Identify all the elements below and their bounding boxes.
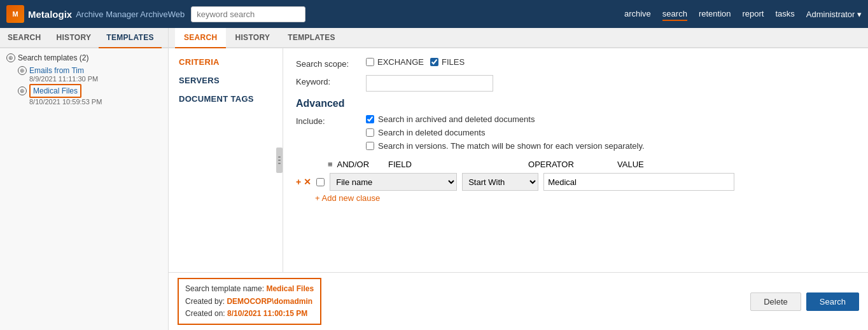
main-container: SEARCH HISTORY TEMPLATES ⊕ Search templa… xyxy=(0,28,868,330)
clause-section: ≡ AND/OR FIELD OPERATOR VALUE + ✕ xyxy=(296,160,855,203)
nav-archive[interactable]: archive xyxy=(624,8,651,21)
field-col-header: FIELD xyxy=(388,160,515,169)
operator-col-header: OPERATOR xyxy=(528,160,605,169)
right-tabs: SEARCH HISTORY TEMPLATES xyxy=(169,28,868,48)
circle-icon: ⊕ xyxy=(6,53,15,62)
created-by-row: Created by: DEMOCORP\domadmin xyxy=(185,296,314,308)
clause-header: ≡ AND/OR FIELD OPERATOR VALUE xyxy=(296,160,855,169)
exchange-checkbox-group: EXCHANGE xyxy=(366,57,424,67)
created-on-value: 8/10/2021 11:00:15 PM xyxy=(227,309,307,318)
left-tab-search[interactable]: SEARCH xyxy=(0,28,48,47)
sidebar-item-date-1: 8/9/2021 11:11:30 PM xyxy=(29,75,162,83)
include-options: Search in archived and deleted documents… xyxy=(366,114,645,151)
add-clause-icon[interactable]: + xyxy=(296,177,301,187)
andor-col-header: ≡ AND/OR xyxy=(328,160,369,169)
clause-icons: + ✕ xyxy=(296,177,325,187)
keyword-search-input[interactable] xyxy=(191,6,305,22)
include-option-label-2: Search in deleted documents xyxy=(378,128,485,137)
keyword-label: Keyword: xyxy=(296,75,360,86)
template-name-label: Search template name: xyxy=(185,284,264,293)
include-option-label-1: Search in archived and deleted documents xyxy=(378,114,535,124)
brand: M Metalogix Archive Manager ArchiveWeb xyxy=(6,5,185,23)
sidebar-section-title: ⊕ Search templates (2) xyxy=(6,53,162,62)
right-tab-templates[interactable]: TEMPLATES xyxy=(279,28,344,47)
brand-name: Metalogix xyxy=(28,9,72,20)
delete-button[interactable]: Delete xyxy=(750,292,801,311)
include-row: Include: Search in archived and deleted … xyxy=(296,114,855,151)
field-select[interactable]: File name Subject From To xyxy=(330,173,457,191)
resize-handle[interactable] xyxy=(276,148,283,173)
include-option-label-3: Search in versions. The match will be sh… xyxy=(378,141,645,151)
nav-admin[interactable]: Administrator ▾ xyxy=(806,10,862,19)
sidebar-content: ⊕ Search templates (2) ⊕ Emails from Tim… xyxy=(0,48,168,330)
clause-checkbox[interactable] xyxy=(316,178,325,186)
bottom-bar: Search template name: Medical Files Crea… xyxy=(169,272,868,330)
include-option-2: Search in deleted documents xyxy=(366,128,645,137)
circle-icon-item2: ⊕ xyxy=(18,86,27,95)
include-checkbox-3[interactable] xyxy=(366,142,374,150)
created-by-label: Created by: xyxy=(185,297,225,306)
criteria-link-servers[interactable]: SERVERS xyxy=(179,76,272,85)
left-tabs: SEARCH HISTORY TEMPLATES xyxy=(0,28,168,48)
search-button[interactable]: Search xyxy=(806,292,859,311)
criteria-link-doctags[interactable]: DOCUMENT TAGS xyxy=(179,94,272,104)
include-option-1: Search in archived and deleted documents xyxy=(366,114,645,124)
list-item: ⊕ Medical Files 8/10/2021 10:59:53 PM xyxy=(18,84,162,106)
section-title-text: Search templates (2) xyxy=(18,53,88,62)
files-checkbox-group: FILES xyxy=(430,57,465,67)
panel-body: CRITERIA SERVERS DOCUMENT TAGS Search sc… xyxy=(169,48,868,272)
criteria-panel: CRITERIA SERVERS DOCUMENT TAGS xyxy=(169,48,283,272)
operator-select[interactable]: Start With Contains Equals xyxy=(462,173,538,191)
template-info: Search template name: Medical Files Crea… xyxy=(178,278,321,325)
list-item: ⊕ Emails from Tim 8/9/2021 11:11:30 PM xyxy=(18,66,162,83)
sidebar-item-date-2: 8/10/2021 10:59:53 PM xyxy=(29,98,162,106)
logo-box: M xyxy=(6,5,24,23)
value-input[interactable] xyxy=(543,173,734,191)
include-checkbox-1[interactable] xyxy=(366,115,374,123)
keyword-row: Keyword: xyxy=(296,75,855,92)
include-option-3: Search in versions. The match will be sh… xyxy=(366,141,645,151)
clause-row: + ✕ File name Subject From To Start With xyxy=(296,173,855,191)
created-on-row: Created on: 8/10/2021 11:00:15 PM xyxy=(185,308,314,320)
add-clause-button[interactable]: + Add new clause xyxy=(315,193,855,203)
remove-clause-icon[interactable]: ✕ xyxy=(304,177,311,187)
nav-retention[interactable]: retention xyxy=(699,8,731,21)
circle-icon-item1: ⊕ xyxy=(18,66,27,75)
right-tab-history[interactable]: HISTORY xyxy=(226,28,279,47)
nav-search[interactable]: search xyxy=(662,8,687,21)
advanced-title: Advanced xyxy=(296,98,855,109)
bottom-buttons: Delete Search xyxy=(750,292,859,311)
right-tab-search[interactable]: SEARCH xyxy=(175,28,226,48)
keyword-input[interactable] xyxy=(366,75,493,92)
created-on-label: Created on: xyxy=(185,309,225,318)
nav-report[interactable]: report xyxy=(742,8,764,21)
template-name-row: Search template name: Medical Files xyxy=(185,283,314,295)
exchange-label: EXCHANGE xyxy=(377,57,424,67)
include-label: Include: xyxy=(296,114,360,126)
logo: M xyxy=(6,5,24,23)
search-scope-row: Search scope: EXCHANGE FILES xyxy=(296,57,855,69)
nav-tasks[interactable]: tasks xyxy=(775,8,794,21)
left-sidebar: SEARCH HISTORY TEMPLATES ⊕ Search templa… xyxy=(0,28,169,330)
criteria-link-criteria[interactable]: CRITERIA xyxy=(179,57,272,67)
value-col-header: VALUE xyxy=(617,160,644,169)
search-scope-label: Search scope: xyxy=(296,57,360,69)
left-tab-templates[interactable]: TEMPLATES xyxy=(99,28,161,48)
search-scope-controls: EXCHANGE FILES xyxy=(366,57,465,67)
left-tab-history[interactable]: HISTORY xyxy=(48,28,99,47)
exchange-checkbox[interactable] xyxy=(366,58,374,66)
template-name-value: Medical Files xyxy=(266,284,314,293)
right-panel: SEARCH HISTORY TEMPLATES CRITERIA SERVER… xyxy=(169,28,868,330)
files-checkbox[interactable] xyxy=(430,58,438,66)
app-name: Archive Manager ArchiveWeb xyxy=(76,10,185,19)
top-nav: M Metalogix Archive Manager ArchiveWeb a… xyxy=(0,0,868,28)
search-content: Search scope: EXCHANGE FILES K xyxy=(283,48,868,272)
sidebar-item-name-2[interactable]: Medical Files xyxy=(29,84,81,98)
files-label: FILES xyxy=(442,57,465,67)
include-checkbox-2[interactable] xyxy=(366,128,374,137)
sidebar-item-name-1[interactable]: Emails from Tim xyxy=(29,66,84,75)
created-by-value: DEMOCORP\domadmin xyxy=(227,297,312,306)
nav-links: archive search retention report tasks Ad… xyxy=(624,8,862,21)
